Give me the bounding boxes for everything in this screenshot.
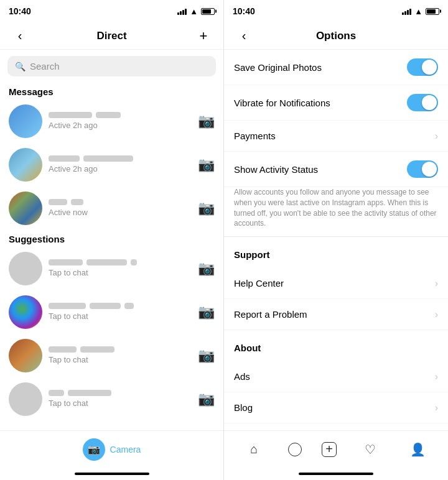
item-name-msg1 — [49, 112, 192, 118]
avatar-sug3 — [9, 339, 42, 372]
activity-status-description: Allow accounts you follow and anyone you… — [224, 187, 448, 237]
option-vibrate[interactable]: Vibrate for Notifications — [224, 85, 448, 121]
option-report-problem[interactable]: Report a Problem › — [224, 299, 448, 330]
nav-heart[interactable]: ♡ — [357, 442, 384, 457]
toggle-activity-status[interactable] — [407, 160, 438, 178]
camera-bottom-icon[interactable]: 📷 — [83, 438, 105, 461]
status-bar-right: 10:40 ▲ — [224, 0, 448, 22]
name-blur-1b — [96, 112, 121, 118]
name-blur-s1c — [131, 259, 137, 265]
name-blur-2b — [83, 155, 133, 162]
name-blur-2a — [49, 155, 80, 162]
chevron-payments: › — [435, 131, 438, 142]
item-status-sug4: Tap to chat — [49, 399, 88, 408]
status-icons-left: ▲ — [177, 7, 215, 16]
support-label: Support — [234, 249, 270, 260]
suggestion-item-2[interactable]: Tap to chat 📷 — [0, 290, 223, 334]
camera-button-msg2[interactable]: 📷 — [198, 157, 215, 173]
about-section-header: About — [224, 330, 448, 361]
suggestion-item-4[interactable]: Tap to chat 📷 — [0, 377, 223, 421]
header-right: ‹ Options — [224, 22, 448, 50]
option-privacy-policy[interactable]: Privacy Policy › — [224, 423, 448, 430]
item-name-sug4 — [49, 390, 192, 396]
item-name-msg2 — [49, 155, 192, 162]
option-save-photos[interactable]: Save Original Photos — [224, 50, 448, 85]
item-status-sug1: Tap to chat — [49, 268, 88, 277]
about-label: About — [234, 343, 261, 353]
option-label-payments: Payments — [234, 131, 276, 141]
avatar-msg3 — [9, 192, 42, 225]
name-blur-s2b — [90, 303, 121, 309]
camera-icon: 📷 — [88, 443, 100, 455]
name-blur-s1b — [86, 259, 127, 265]
camera-button-sug1[interactable]: 📷 — [198, 261, 215, 277]
add-button[interactable]: + — [194, 28, 213, 44]
option-blog[interactable]: Blog › — [224, 392, 448, 423]
messages-section-label: Messages — [0, 83, 223, 99]
option-label-activity-status: Show Activity Status — [234, 164, 318, 175]
camera-button-msg1[interactable]: 📷 — [198, 113, 215, 129]
name-blur-s3b — [80, 346, 114, 353]
name-blur-s1a — [49, 259, 83, 265]
header-left: ‹ Direct + — [0, 22, 223, 50]
toggle-save-photos[interactable] — [407, 58, 438, 76]
nav-home[interactable]: ⌂ — [240, 442, 268, 456]
camera-button-sug4[interactable]: 📷 — [198, 391, 215, 407]
camera-button-sug2[interactable]: 📷 — [198, 304, 215, 320]
toggle-knob-vibrate — [422, 95, 437, 110]
avatar-msg1 — [9, 104, 42, 138]
item-name-sug3 — [49, 346, 192, 353]
item-status-sug3: Tap to chat — [49, 355, 88, 364]
home-indicator-left — [0, 468, 223, 480]
options-list: Save Original Photos Vibrate for Notific… — [224, 50, 448, 430]
support-section-header: Support — [224, 237, 448, 268]
home-line-right — [299, 473, 373, 475]
item-name-sug2 — [49, 303, 192, 309]
option-label-blog: Blog — [234, 402, 253, 413]
option-label-report-problem: Report a Problem — [234, 309, 307, 320]
suggestion-item-3[interactable]: Tap to chat 📷 — [0, 334, 223, 377]
item-name-msg3 — [49, 199, 192, 205]
nav-add[interactable]: + — [322, 442, 337, 457]
option-label-vibrate: Vibrate for Notifications — [234, 98, 330, 108]
name-blur-s2c — [124, 303, 134, 309]
search-placeholder: Search — [30, 61, 60, 72]
option-label-help-center: Help Center — [234, 278, 284, 288]
toggle-vibrate[interactable] — [407, 94, 438, 111]
option-ads[interactable]: Ads › — [224, 361, 448, 392]
name-blur-3a — [49, 199, 67, 205]
name-blur-3b — [71, 199, 83, 205]
suggestion-item-1[interactable]: Tap to chat 📷 — [0, 247, 223, 290]
chevron-help: › — [435, 278, 438, 289]
signal-icon — [177, 7, 187, 15]
message-item-3[interactable]: Active now 📷 — [0, 187, 223, 230]
back-button-right[interactable]: ‹ — [234, 29, 254, 43]
battery-icon-right — [426, 8, 439, 15]
toggle-knob-activity-status — [422, 162, 437, 177]
item-status-msg3: Active now — [49, 208, 88, 217]
bottom-bar-left: 📷 Camera — [0, 430, 223, 468]
back-button-left[interactable]: ‹ — [10, 29, 30, 43]
nav-profile[interactable]: 👤 — [404, 442, 432, 457]
search-icon: 🔍 — [15, 62, 26, 72]
option-payments[interactable]: Payments › — [224, 121, 448, 152]
camera-button-msg3[interactable]: 📷 — [198, 200, 215, 216]
camera-button-sug3[interactable]: 📷 — [198, 348, 215, 364]
wifi-icon-right: ▲ — [414, 7, 422, 16]
search-bar[interactable]: 🔍 Search — [7, 56, 216, 76]
avatar-sug4 — [9, 382, 42, 416]
item-info-msg1: Active 2h ago — [49, 112, 192, 131]
name-blur-s3a — [49, 346, 77, 353]
nav-search[interactable] — [288, 443, 302, 456]
message-item-1[interactable]: Active 2h ago 📷 — [0, 99, 223, 143]
battery-icon — [201, 8, 215, 15]
camera-bottom-label: Camera — [110, 445, 141, 455]
message-list: Messages Active 2h ago 📷 Active 2h — [0, 83, 223, 430]
name-blur-1a — [49, 112, 92, 118]
wifi-icon: ▲ — [190, 7, 198, 16]
chevron-blog: › — [435, 402, 438, 413]
option-help-center[interactable]: Help Center › — [224, 268, 448, 299]
option-activity-status[interactable]: Show Activity Status — [224, 152, 448, 187]
message-item-2[interactable]: Active 2h ago 📷 — [0, 143, 223, 187]
chevron-report: › — [435, 309, 438, 320]
